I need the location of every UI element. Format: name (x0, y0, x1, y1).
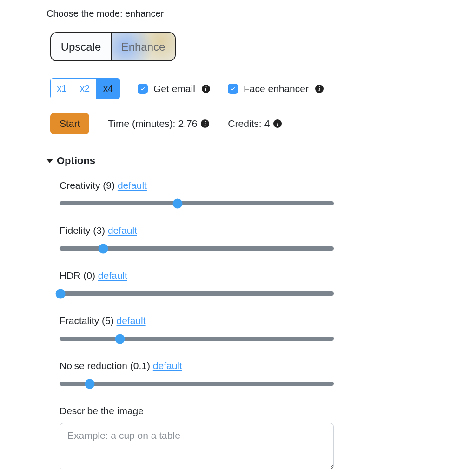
get-email-info-icon[interactable]: i (202, 85, 210, 93)
face-enhancer-info-icon[interactable]: i (315, 85, 324, 93)
mode-tab-enhance[interactable]: Enhance (112, 33, 175, 60)
hdr-value: 0 (86, 270, 92, 281)
fidelity-slider-thumb[interactable] (99, 244, 108, 253)
get-email-label: Get email (153, 83, 195, 94)
slider-track (60, 337, 334, 341)
face-enhancer-label: Face enhancer (244, 83, 309, 94)
check-icon (140, 86, 145, 92)
creativity-slider-thumb[interactable] (172, 198, 182, 208)
scale-option-x2[interactable]: x2 (73, 78, 97, 99)
creativity-label-suffix: ) (112, 180, 115, 191)
mode-indicator-prefix: Choose the mode: (46, 8, 125, 19)
noise-slider[interactable] (60, 381, 334, 387)
describe-input[interactable] (60, 423, 334, 469)
mode-indicator: Choose the mode: enhancer (46, 8, 430, 19)
credits-label: Credits: (228, 118, 261, 129)
hdr-label-suffix: ) (92, 270, 95, 281)
slider-track (60, 201, 334, 205)
fidelity-default-link[interactable]: default (108, 225, 137, 236)
hdr-slider[interactable] (60, 291, 334, 297)
fractality-label-suffix: ) (111, 315, 114, 326)
hdr-label-prefix: HDR ( (60, 270, 86, 281)
mode-tab-upscale[interactable]: Upscale (51, 33, 112, 60)
mode-toggle: Upscale Enhance (50, 32, 176, 61)
mode-tab-enhance-label: Enhance (121, 40, 165, 53)
time-stat: Time (minutes): 2.76 i (108, 118, 209, 129)
noise-label-suffix: ) (147, 360, 150, 371)
fidelity-slider[interactable] (60, 245, 334, 251)
options-title: Options (57, 155, 95, 167)
time-label: Time (minutes): (108, 118, 175, 129)
scale-option-x1[interactable]: x1 (50, 78, 73, 99)
creativity-default-link[interactable]: default (118, 180, 147, 191)
fidelity-label-prefix: Fidelity ( (60, 225, 96, 236)
scale-option-x4[interactable]: x4 (97, 78, 120, 99)
start-button[interactable]: Start (50, 113, 89, 134)
noise-label-prefix: Noise reduction ( (60, 360, 133, 371)
slider-track (60, 291, 334, 296)
fidelity-value: 3 (96, 225, 102, 236)
face-enhancer-checkbox[interactable] (228, 84, 238, 94)
credits-value: 4 (264, 118, 270, 129)
noise-value: 0.1 (133, 360, 147, 371)
caret-down-icon (46, 159, 53, 163)
credits-stat: Credits: 4 i (228, 118, 282, 129)
fidelity-label-suffix: ) (102, 225, 105, 236)
scale-group: x1 x2 x4 (50, 78, 120, 99)
fractality-label-prefix: Fractality ( (60, 315, 105, 326)
get-email-checkbox[interactable] (138, 84, 148, 94)
describe-label: Describe the image (60, 405, 430, 416)
noise-default-link[interactable]: default (153, 360, 182, 371)
mode-tab-upscale-label: Upscale (61, 40, 101, 53)
credits-info-icon[interactable]: i (273, 119, 282, 128)
noise-slider-thumb[interactable] (85, 379, 94, 389)
fractality-slider-thumb[interactable] (115, 334, 125, 344)
creativity-value: 9 (106, 180, 112, 191)
fractality-default-link[interactable]: default (117, 315, 146, 326)
creativity-slider[interactable] (60, 200, 334, 206)
slider-track (60, 382, 334, 386)
fractality-slider[interactable] (60, 336, 334, 342)
time-value: 2.76 (178, 118, 197, 129)
creativity-label-prefix: Creativity ( (60, 180, 106, 191)
options-toggle[interactable]: Options (46, 155, 430, 167)
time-info-icon[interactable]: i (201, 119, 209, 128)
hdr-default-link[interactable]: default (98, 270, 127, 281)
mode-indicator-value: enhancer (125, 8, 164, 19)
hdr-slider-thumb[interactable] (56, 289, 66, 298)
fractality-value: 5 (105, 315, 111, 326)
check-icon (230, 86, 236, 92)
